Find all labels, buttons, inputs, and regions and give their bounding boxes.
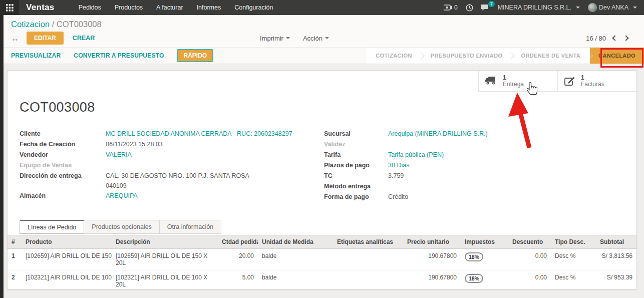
- field-label: Vendedor: [20, 150, 106, 160]
- preview-button[interactable]: PREVISUALIZAR: [11, 52, 61, 59]
- invoices-smart-button[interactable]: 1 Facturas: [557, 71, 636, 91]
- field-equipo-ventas: Equipo de Ventas: [20, 160, 324, 171]
- almacen-link[interactable]: AREQUIPA: [106, 191, 138, 201]
- camera-counter[interactable]: 0: [444, 4, 458, 11]
- cell-descuento: 0.00: [508, 249, 551, 270]
- cell-subtotal: S/ 3,813.56: [596, 249, 636, 270]
- field-column-right: Sucursal Arequipa (MINERA DRILLING S.R.)…: [324, 129, 628, 202]
- field-label: Tarifa: [324, 150, 388, 160]
- cell-descripcion: [102321] AIR DRILL OIL DE 100 X 20L: [112, 270, 218, 292]
- cell-etiquetas: [333, 249, 403, 270]
- tarifa-link[interactable]: Tarifa pública (PEN): [388, 150, 444, 160]
- messages-button[interactable]: 7: [481, 4, 490, 11]
- convert-to-quote-button[interactable]: CONVERTIR A PRESUPUESTO: [74, 52, 164, 59]
- chevron-down-icon: [633, 7, 637, 9]
- statusbar: PREVISUALIZAR CONVERTIR A PRESUPUESTO RÁ…: [0, 47, 644, 64]
- control-panel: Cotizacion / COT003008 ↔ EDITAR CREAR Im…: [0, 15, 644, 47]
- cell-producto: [102321] AIR DRILL OIL DE 100 X...: [22, 270, 112, 292]
- cell-ctdad: 20.00: [218, 249, 258, 270]
- table-row[interactable]: 2 [102321] AIR DRILL OIL DE 100 X... [10…: [8, 270, 636, 292]
- field-label: Cliente: [20, 129, 106, 139]
- resize-arrows-icon[interactable]: ↔: [11, 34, 19, 43]
- field-label: Método entrega: [324, 181, 388, 191]
- menu-informes[interactable]: Informes: [197, 4, 221, 11]
- menu-a-facturar[interactable]: A facturar: [156, 4, 183, 11]
- direccion-line1: CAL. 30 DE AGOSTO NRO. 100 P.J. SANTA RO…: [106, 172, 249, 179]
- tab-productos-opcionales[interactable]: Productos opcionales: [84, 220, 160, 234]
- plazos-pago-link[interactable]: 30 Dias: [388, 160, 409, 170]
- quick-button[interactable]: RÁPIDO: [177, 49, 213, 62]
- edit-invoice-icon: [564, 76, 575, 86]
- cliente-link[interactable]: MC DRILL SOCIEDAD ANONIMA CERRADA - RUC:…: [106, 129, 292, 139]
- state-cotizacion[interactable]: COTIZACIÓN: [367, 48, 421, 64]
- state-ordenes-de-venta[interactable]: ÓRDENES DE VENTA: [512, 48, 589, 64]
- header-subtotal[interactable]: Subtotal: [596, 235, 636, 249]
- header-etiquetas-analiticas[interactable]: Etiquetas analíticas: [333, 235, 403, 249]
- tax-badge: 18%: [465, 274, 483, 283]
- breadcrumb-current: COT003008: [57, 20, 102, 29]
- chevron-down-icon: [286, 37, 290, 39]
- menu-configuracion[interactable]: Configuración: [234, 4, 273, 11]
- tab-otra-informacion[interactable]: Otra información: [159, 220, 221, 234]
- field-label: Validez: [324, 139, 388, 149]
- direccion-line2: 040109: [106, 181, 249, 191]
- create-button[interactable]: CREAR: [73, 35, 95, 42]
- cell-tipo-desc: Desc %: [551, 249, 596, 270]
- print-label: Imprimir: [260, 35, 283, 42]
- header-producto[interactable]: Producto: [22, 235, 112, 249]
- breadcrumb: Cotizacion / COT003008: [11, 20, 639, 29]
- cell-tipo-desc: Desc %: [551, 270, 596, 292]
- delivery-label: Entrega: [503, 81, 524, 88]
- fecha-creacion-value: 06/11/2023 15:28:03: [106, 139, 163, 149]
- delivery-smart-button[interactable]: 1 Entrega: [478, 71, 557, 91]
- camera-count: 0: [454, 4, 458, 11]
- company-switcher[interactable]: MINERA DRILLING S.R.L.: [498, 4, 580, 11]
- cell-precio: 190.67800: [403, 270, 461, 292]
- cell-uom: balde: [258, 270, 333, 292]
- field-validez: Validez: [324, 139, 628, 150]
- field-label: TC: [324, 171, 388, 181]
- statusbar-buttons: PREVISUALIZAR CONVERTIR A PRESUPUESTO RÁ…: [0, 48, 213, 64]
- chevron-down-icon: [576, 7, 580, 9]
- direccion-entrega-value: CAL. 30 DE AGOSTO NRO. 100 P.J. SANTA RO…: [106, 171, 249, 191]
- sucursal-link[interactable]: Arequipa (MINERA DRILLING S.R.): [388, 129, 488, 139]
- tab-lineas-de-pedido[interactable]: Líneas de Pedido: [20, 220, 84, 234]
- field-label: Fecha de Creación: [20, 139, 106, 149]
- field-plazos-pago: Plazos de pago 30 Dias: [324, 160, 628, 171]
- vendedor-link[interactable]: VALERIA: [106, 150, 132, 160]
- menu-productos[interactable]: Productos: [115, 4, 143, 11]
- clock-icon: [466, 4, 473, 12]
- pager-previous-icon[interactable]: [612, 35, 617, 41]
- action-dropdown[interactable]: Acción: [303, 35, 329, 42]
- header-ctdad-pedida[interactable]: Ctdad pedida: [218, 235, 258, 249]
- header-descuento[interactable]: Descuento: [508, 235, 551, 249]
- state-cancelado-active[interactable]: CANCELADO: [590, 48, 644, 64]
- state-presupuesto-enviado[interactable]: PRESUPUESTO ENVIADO: [422, 48, 512, 64]
- print-dropdown[interactable]: Imprimir: [260, 35, 290, 42]
- cell-uom: balde: [258, 249, 333, 270]
- field-cliente: Cliente MC DRILL SOCIEDAD ANONIMA CERRAD…: [20, 129, 324, 139]
- header-unidad-medida[interactable]: Unidad de Medida: [258, 235, 333, 249]
- activities-button[interactable]: [466, 4, 473, 12]
- header-tipo-desc[interactable]: Tipo Desc.: [551, 235, 596, 249]
- table-row[interactable]: 1 [102659] AIR DRILL OIL DE 150 X... [10…: [8, 249, 636, 270]
- forma-pago-value: Crédito: [388, 192, 408, 202]
- menu-pedidos[interactable]: Pedidos: [79, 4, 101, 11]
- cell-num: 2: [8, 270, 22, 292]
- header-descripcion[interactable]: Descripción: [112, 235, 218, 249]
- field-metodo-entrega: Método entrega: [324, 181, 628, 192]
- apps-grid-icon[interactable]: [0, 0, 19, 15]
- company-name: MINERA DRILLING S.R.L.: [498, 4, 571, 11]
- header-impuestos[interactable]: Impuestos: [461, 235, 508, 249]
- header-precio-unitario[interactable]: Precio unitario: [403, 235, 461, 249]
- pager-next-icon[interactable]: [623, 35, 628, 41]
- main-menu: Pedidos Productos A facturar Informes Co…: [79, 4, 273, 11]
- app-name[interactable]: Ventas: [26, 3, 55, 13]
- edit-button[interactable]: EDITAR: [27, 32, 64, 45]
- user-menu[interactable]: Dev ANKA: [588, 3, 637, 12]
- record-pager: 16 / 80: [586, 35, 628, 42]
- breadcrumb-parent[interactable]: Cotizacion: [11, 20, 50, 29]
- control-panel-actions: ↔ EDITAR CREAR Imprimir Acción 16 / 80: [11, 29, 639, 47]
- action-label: Acción: [303, 35, 323, 42]
- cell-precio: 190.67800: [403, 249, 461, 270]
